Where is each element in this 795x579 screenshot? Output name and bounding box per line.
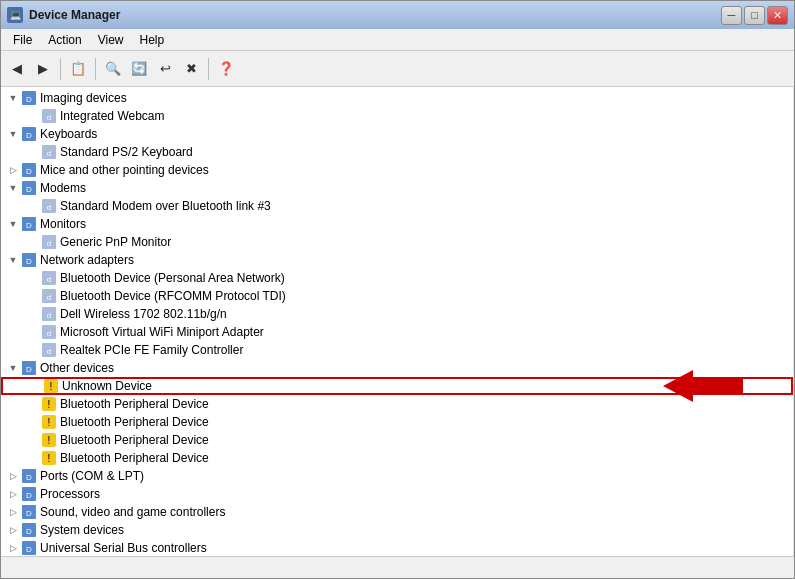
toolbar-separator-2 — [95, 58, 96, 80]
device-icon-net1: d — [41, 270, 57, 286]
tree-item-net2[interactable]: dBluetooth Device (RFCOMM Protocol TDI) — [1, 287, 793, 305]
tree-item-mice[interactable]: ▷DMice and other pointing devices — [1, 161, 793, 179]
expand-icon-net5 — [25, 342, 41, 358]
item-label-unknown: Unknown Device — [62, 379, 152, 393]
tree-item-imaging[interactable]: ▼DImaging devices — [1, 89, 793, 107]
expand-icon-network[interactable]: ▼ — [5, 252, 21, 268]
tree-item-bt3[interactable]: !Bluetooth Peripheral Device — [1, 431, 793, 449]
expand-icon-modems[interactable]: ▼ — [5, 180, 21, 196]
tree-item-network[interactable]: ▼DNetwork adapters — [1, 251, 793, 269]
tree-item-keyboard1[interactable]: dStandard PS/2 Keyboard — [1, 143, 793, 161]
menu-help[interactable]: Help — [132, 31, 173, 49]
item-label-usb: Universal Serial Bus controllers — [40, 541, 207, 555]
device-tree[interactable]: ▼DImaging devicesdIntegrated Webcam▼DKey… — [1, 87, 794, 556]
expand-icon-processors[interactable]: ▷ — [5, 486, 21, 502]
device-icon-sound: D — [21, 504, 37, 520]
tree-item-keyboards[interactable]: ▼DKeyboards — [1, 125, 793, 143]
tree-item-usb[interactable]: ▷DUniversal Serial Bus controllers — [1, 539, 793, 556]
tree-item-monitor1[interactable]: dGeneric PnP Monitor — [1, 233, 793, 251]
expand-icon-other[interactable]: ▼ — [5, 360, 21, 376]
tree-item-unknown[interactable]: !Unknown Device — [1, 377, 793, 395]
toolbar-separator-3 — [208, 58, 209, 80]
maximize-button[interactable]: □ — [744, 6, 765, 25]
item-label-bt3: Bluetooth Peripheral Device — [60, 433, 209, 447]
tree-item-sound[interactable]: ▷DSound, video and game controllers — [1, 503, 793, 521]
back-button[interactable]: ◀ — [5, 57, 29, 81]
svg-text:D: D — [26, 131, 32, 140]
device-icon-net5: d — [41, 342, 57, 358]
tree-item-modems[interactable]: ▼DModems — [1, 179, 793, 197]
item-label-net3: Dell Wireless 1702 802.11b/g/n — [60, 307, 227, 321]
tree-item-bt2[interactable]: !Bluetooth Peripheral Device — [1, 413, 793, 431]
expand-icon-usb[interactable]: ▷ — [5, 540, 21, 556]
title-bar: 💻 Device Manager ─ □ ✕ — [1, 1, 794, 29]
help-button[interactable]: ❓ — [214, 57, 238, 81]
menu-action[interactable]: Action — [40, 31, 89, 49]
expand-icon-system[interactable]: ▷ — [5, 522, 21, 538]
svg-text:D: D — [26, 473, 32, 482]
expand-icon-bt4 — [25, 450, 41, 466]
svg-text:D: D — [26, 509, 32, 518]
item-label-keyboard1: Standard PS/2 Keyboard — [60, 145, 193, 159]
expand-icon-sound[interactable]: ▷ — [5, 504, 21, 520]
tree-item-net5[interactable]: dRealtek PCIe FE Family Controller — [1, 341, 793, 359]
tree-item-net4[interactable]: dMicrosoft Virtual WiFi Miniport Adapter — [1, 323, 793, 341]
device-icon-system: D — [21, 522, 37, 538]
device-icon-bt3: ! — [41, 432, 57, 448]
expand-icon-mice[interactable]: ▷ — [5, 162, 21, 178]
menu-file[interactable]: File — [5, 31, 40, 49]
device-icon-processors: D — [21, 486, 37, 502]
forward-button[interactable]: ▶ — [31, 57, 55, 81]
item-label-processors: Processors — [40, 487, 100, 501]
item-label-modems: Modems — [40, 181, 86, 195]
expand-icon-ports[interactable]: ▷ — [5, 468, 21, 484]
device-icon-unknown: ! — [43, 378, 59, 394]
tree-item-bt4[interactable]: !Bluetooth Peripheral Device — [1, 449, 793, 467]
tree-item-ports[interactable]: ▷DPorts (COM & LPT) — [1, 467, 793, 485]
tree-item-net1[interactable]: dBluetooth Device (Personal Area Network… — [1, 269, 793, 287]
device-icon-net4: d — [41, 324, 57, 340]
item-label-net5: Realtek PCIe FE Family Controller — [60, 343, 243, 357]
expand-icon-net2 — [25, 288, 41, 304]
svg-text:d: d — [47, 329, 51, 338]
expand-icon-monitors[interactable]: ▼ — [5, 216, 21, 232]
item-label-mice: Mice and other pointing devices — [40, 163, 209, 177]
tree-item-net3[interactable]: dDell Wireless 1702 802.11b/g/n — [1, 305, 793, 323]
properties-button[interactable]: 📋 — [66, 57, 90, 81]
expand-icon-unknown — [27, 378, 43, 394]
tree-item-monitors[interactable]: ▼DMonitors — [1, 215, 793, 233]
close-button[interactable]: ✕ — [767, 6, 788, 25]
scan-button[interactable]: 🔍 — [101, 57, 125, 81]
expand-icon-bt3 — [25, 432, 41, 448]
svg-text:d: d — [47, 239, 51, 248]
expand-icon-imaging[interactable]: ▼ — [5, 90, 21, 106]
uninstall-button[interactable]: ✖ — [179, 57, 203, 81]
tree-item-processors[interactable]: ▷DProcessors — [1, 485, 793, 503]
svg-text:d: d — [47, 113, 51, 122]
expand-icon-net1 — [25, 270, 41, 286]
device-icon-webcam: d — [41, 108, 57, 124]
svg-text:!: ! — [48, 417, 51, 428]
device-icon-bt4: ! — [41, 450, 57, 466]
tree-item-webcam[interactable]: dIntegrated Webcam — [1, 107, 793, 125]
expand-icon-modem1 — [25, 198, 41, 214]
window-title: Device Manager — [29, 8, 715, 22]
minimize-button[interactable]: ─ — [721, 6, 742, 25]
device-manager-window: 💻 Device Manager ─ □ ✕ File Action View … — [0, 0, 795, 579]
menu-view[interactable]: View — [90, 31, 132, 49]
svg-text:d: d — [47, 311, 51, 320]
device-icon-other: D — [21, 360, 37, 376]
status-bar — [1, 556, 794, 578]
svg-text:D: D — [26, 185, 32, 194]
tree-item-bt1[interactable]: !Bluetooth Peripheral Device — [1, 395, 793, 413]
rollback-button[interactable]: ↩ — [153, 57, 177, 81]
tree-item-modem1[interactable]: dStandard Modem over Bluetooth link #3 — [1, 197, 793, 215]
svg-text:!: ! — [48, 453, 51, 464]
device-icon-ports: D — [21, 468, 37, 484]
item-label-system: System devices — [40, 523, 124, 537]
update-button[interactable]: 🔄 — [127, 57, 151, 81]
svg-text:D: D — [26, 491, 32, 500]
svg-text:D: D — [26, 167, 32, 176]
expand-icon-keyboards[interactable]: ▼ — [5, 126, 21, 142]
tree-item-system[interactable]: ▷DSystem devices — [1, 521, 793, 539]
